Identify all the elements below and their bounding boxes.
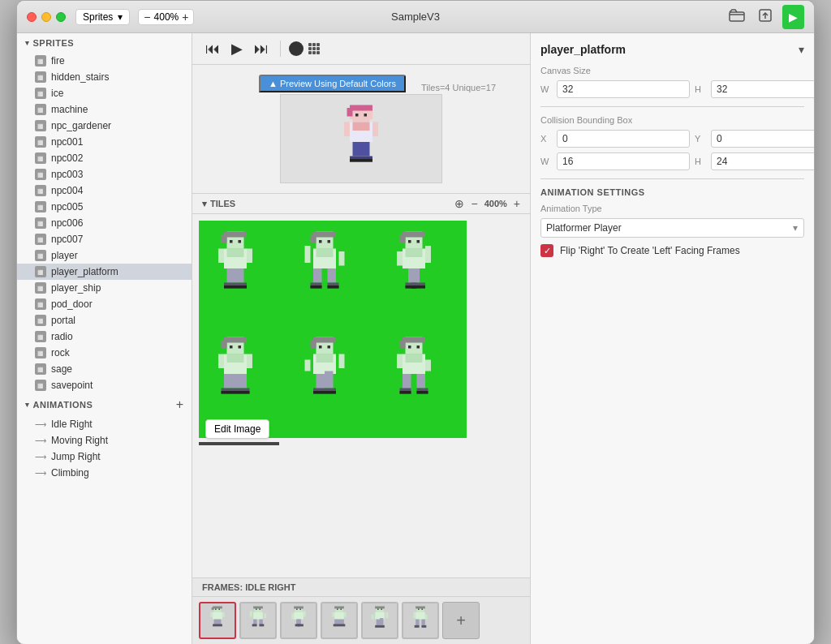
svg-rect-62 — [411, 286, 426, 289]
sidebar-item-savepoint[interactable]: ▦ savepoint — [17, 377, 192, 393]
svg-rect-91 — [313, 391, 325, 394]
animations-section-header[interactable]: ▾ ANIMATIONS + — [17, 393, 192, 416]
sidebar-item-npc001[interactable]: ▦ npc001 — [17, 134, 192, 150]
sidebar-item-npc002[interactable]: ▦ npc002 — [17, 150, 192, 166]
sidebar-item-pod-door[interactable]: ▦ pod_door — [17, 296, 192, 312]
svg-rect-81 — [319, 346, 322, 349]
svg-rect-96 — [408, 346, 411, 349]
sidebar-item-npc005[interactable]: ▦ npc005 — [17, 199, 192, 215]
grid-view-button[interactable] — [308, 43, 320, 54]
svg-rect-20 — [222, 234, 227, 243]
flip-checkbox[interactable]: ✓ — [540, 244, 553, 257]
frames-strip: + — [192, 597, 530, 644]
svg-rect-80 — [311, 340, 316, 349]
play-button[interactable]: ▶ — [228, 38, 246, 59]
anim-item-moving-right[interactable]: Moving Right — [17, 432, 192, 449]
collision-h-input[interactable] — [711, 152, 814, 170]
sidebar-item-radio[interactable]: ▦ radio — [17, 328, 192, 345]
svg-rect-145 — [340, 608, 341, 609]
step-forward-button[interactable]: ⏭ — [251, 39, 272, 59]
svg-rect-143 — [334, 606, 344, 608]
svg-rect-11 — [372, 122, 378, 136]
folder-icon-button[interactable] — [726, 5, 748, 29]
sidebar-item-player-ship[interactable]: ▦ player_ship — [17, 280, 192, 296]
svg-rect-134 — [299, 608, 300, 609]
sidebar-item-portal[interactable]: ▦ portal — [17, 312, 192, 328]
frame-thumb-1[interactable] — [199, 602, 236, 639]
sidebar-item-player-platform[interactable]: ▦ player_platform — [17, 264, 192, 280]
sprite-name-sage: sage — [51, 363, 72, 375]
canvas-w-input[interactable] — [557, 80, 690, 98]
animation-type-select[interactable]: Platformer Player — [540, 218, 804, 238]
svg-rect-132 — [294, 606, 304, 608]
svg-rect-26 — [247, 249, 252, 264]
sprite-name-radio: radio — [51, 331, 73, 342]
svg-rect-88 — [325, 371, 334, 389]
svg-rect-137 — [304, 611, 306, 616]
sprite-icon-fire: ▦ — [35, 55, 46, 67]
minimize-button[interactable] — [41, 12, 51, 22]
sidebar-item-npc004[interactable]: ▦ npc004 — [17, 182, 192, 199]
record-button[interactable] — [289, 41, 304, 56]
collision-w-input[interactable] — [557, 152, 690, 170]
add-animation-button[interactable]: + — [176, 398, 183, 411]
svg-rect-125 — [250, 611, 252, 616]
sidebar-item-hidden-stairs[interactable]: ▦ hidden_stairs — [17, 69, 192, 85]
svg-rect-82 — [328, 346, 331, 349]
animations-arrow-icon: ▾ — [25, 401, 30, 409]
sprite-icon-npc006: ▦ — [35, 217, 46, 229]
sidebar-item-npc007[interactable]: ▦ npc007 — [17, 231, 192, 247]
svg-rect-173 — [415, 625, 420, 628]
sidebar-item-ice[interactable]: ▦ ice — [17, 85, 192, 101]
run-button[interactable]: ▶ — [782, 5, 804, 29]
right-panel-dropdown-button[interactable]: ▾ — [799, 43, 804, 56]
svg-rect-32 — [235, 286, 247, 289]
tiles-zoom-label: 400% — [484, 199, 507, 208]
frame-thumb-4[interactable] — [321, 602, 358, 639]
edit-image-button[interactable]: Edit Image — [205, 419, 269, 439]
export-icon-button[interactable] — [755, 5, 776, 29]
svg-rect-31 — [224, 286, 235, 289]
sidebar-item-sage[interactable]: ▦ sage — [17, 361, 192, 377]
sprite-type-dropdown[interactable]: Sprites ▾ — [75, 9, 130, 25]
svg-rect-111 — [215, 608, 216, 609]
sprite-name-hidden-stairs: hidden_stairs — [51, 71, 109, 83]
preview-banner-button[interactable]: ▲ Preview Using Default Colors — [259, 75, 406, 92]
sidebar-item-npc006[interactable]: ▦ npc006 — [17, 215, 192, 231]
preview-canvas — [280, 94, 442, 183]
right-panel-sprite-name: player_platform — [540, 43, 626, 56]
step-back-button[interactable]: ⏮ — [202, 39, 223, 59]
sidebar-item-fire[interactable]: ▦ fire — [17, 53, 192, 69]
frame-thumb-6[interactable] — [402, 602, 439, 639]
sidebar-item-player[interactable]: ▦ player — [17, 247, 192, 264]
zoom-in-tiles-button[interactable]: + — [514, 197, 520, 210]
svg-rect-84 — [316, 354, 334, 363]
close-button[interactable] — [27, 12, 37, 22]
add-frame-button[interactable]: + — [442, 602, 480, 639]
svg-rect-129 — [252, 624, 257, 626]
sidebar-item-rock[interactable]: ▦ rock — [17, 345, 192, 361]
svg-rect-86 — [339, 354, 345, 369]
frame-thumb-3[interactable] — [280, 602, 317, 639]
zoom-out-button[interactable]: − — [144, 11, 150, 23]
sidebar-item-npc003[interactable]: ▦ npc003 — [17, 166, 192, 182]
crosshair-button[interactable]: ⊕ — [454, 197, 464, 210]
fullscreen-button[interactable] — [56, 12, 66, 22]
svg-rect-141 — [298, 624, 304, 626]
sprite-icon-npc005: ▦ — [35, 201, 46, 213]
collision-y-input[interactable] — [711, 130, 814, 148]
zoom-in-button[interactable]: + — [182, 11, 188, 23]
collision-x-input[interactable] — [557, 130, 690, 148]
svg-rect-27 — [227, 268, 236, 283]
frame-thumb-2[interactable] — [239, 602, 277, 639]
zoom-out-tiles-button[interactable]: − — [471, 197, 477, 210]
anim-item-jump-right[interactable]: Jump Right — [17, 449, 192, 465]
anim-item-idle-right[interactable]: Idle Right — [17, 416, 192, 432]
collision-y-label: Y — [695, 134, 706, 144]
sidebar-item-machine[interactable]: ▦ machine — [17, 101, 192, 118]
sprites-section-header[interactable]: ▾ SPRITES — [17, 33, 192, 53]
frame-thumb-5[interactable] — [361, 602, 398, 639]
canvas-h-input[interactable] — [711, 80, 814, 98]
sidebar-item-npc-gardener[interactable]: ▦ npc_gardener — [17, 118, 192, 134]
anim-item-climbing[interactable]: Climbing — [17, 465, 192, 481]
